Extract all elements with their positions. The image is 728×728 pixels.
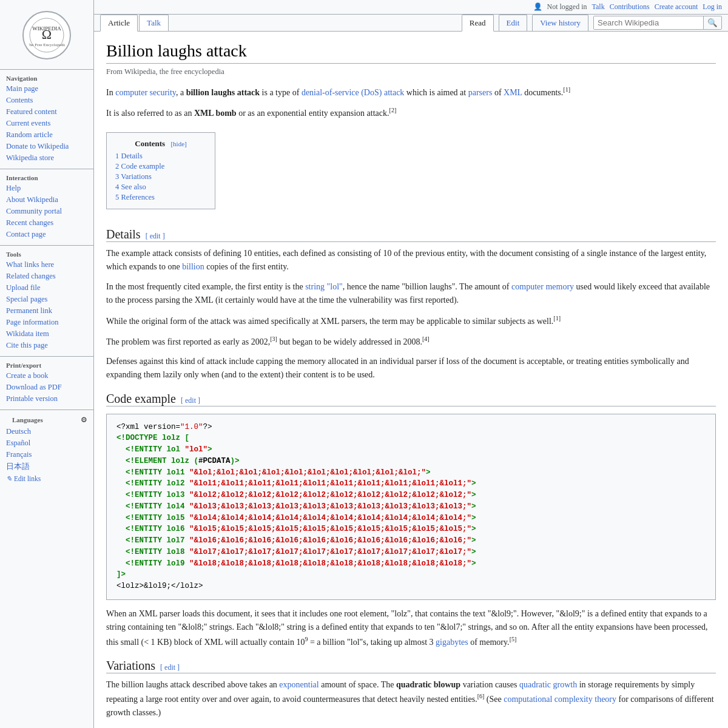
details-heading: Details [ edit ] <box>106 228 716 242</box>
article-body: In computer security, a billion laughs a… <box>106 85 716 728</box>
toc-link-see-also[interactable]: 4 See also <box>115 183 146 191</box>
tab-view-history[interactable]: View history <box>532 15 588 31</box>
tab-read[interactable]: Read <box>462 15 494 32</box>
log-in-link[interactable]: Log in <box>703 2 722 12</box>
sidebar-item-upload-file[interactable]: Upload file <box>0 282 93 294</box>
not-logged-in-text: Not logged in <box>547 2 587 12</box>
intro-1-middle: , a <box>176 88 186 97</box>
toc-link-details[interactable]: 1 Details <box>115 152 143 160</box>
xml-link[interactable]: XML <box>504 88 522 97</box>
variations-heading: Variations [ edit ] <box>106 659 716 673</box>
computer-memory-link[interactable]: computer memory <box>511 282 574 291</box>
intro-paragraph-2: It is also referred to as an XML bomb or… <box>106 106 716 120</box>
parsers-link[interactable]: parsers <box>468 88 493 97</box>
intro-1-before: In <box>106 88 115 97</box>
var-p1-end: (See <box>484 695 504 704</box>
search-input[interactable] <box>594 16 703 29</box>
search-button[interactable]: 🔍 <box>703 16 721 29</box>
tab-article[interactable]: Article <box>100 15 138 32</box>
contributions-link[interactable]: Contributions <box>610 2 650 12</box>
toc-item-4: 4 See also <box>115 182 206 192</box>
sidebar-item-wikidata[interactable]: Wikidata item <box>0 328 93 340</box>
sidebar-item-special-pages[interactable]: Special pages <box>0 294 93 305</box>
sidebar-item-help[interactable]: Help <box>0 183 93 194</box>
sidebar-item-cite[interactable]: Cite this page <box>0 340 93 351</box>
languages-title: Languages <box>6 415 49 425</box>
sidebar-item-main-page[interactable]: Main page <box>0 83 93 95</box>
quadratic-growth-link[interactable]: quadratic growth <box>519 680 577 689</box>
sidebar-item-donate[interactable]: Donate to Wikipedia <box>0 141 93 152</box>
details-p4-before: The problem was first reported as early … <box>106 337 270 346</box>
sidebar-item-lang-ja[interactable]: 日本語 <box>0 460 93 473</box>
search-form: 🔍 <box>593 16 722 30</box>
left-tabs: Article Talk <box>100 15 462 31</box>
details-p4-after: but began to be widely addressed in 2008… <box>277 337 422 346</box>
sidebar-item-recent-changes[interactable]: Recent changes <box>0 217 93 229</box>
sidebar-item-featured-content[interactable]: Featured content <box>0 106 93 118</box>
sidebar-item-random-article[interactable]: Random article <box>0 129 93 141</box>
sidebar-item-community-portal[interactable]: Community portal <box>0 206 93 217</box>
intro-1-bold: billion laughs attack <box>186 88 260 97</box>
tab-talk[interactable]: Talk <box>139 15 169 31</box>
string-lol-link[interactable]: string "lol" <box>305 282 343 291</box>
sidebar-item-contact[interactable]: Contact page <box>0 229 93 240</box>
tab-edit[interactable]: Edit <box>499 15 528 31</box>
intro-1-after3: of <box>492 88 504 97</box>
code-edit-brackets: [ edit ] <box>181 396 200 405</box>
sidebar-item-what-links[interactable]: What links here <box>0 259 93 271</box>
intro-2-ref: [2] <box>389 107 397 113</box>
code-p1-after: = a billion "lol"s, taking up almost 3 <box>308 637 436 646</box>
details-p3-text: While the original form of the attack wa… <box>106 316 553 325</box>
complexity-theory-link[interactable]: computational complexity theory <box>504 695 616 704</box>
toc-link-references[interactable]: 5 References <box>115 193 155 201</box>
toc-link-code[interactable]: 2 Code example <box>115 162 164 170</box>
navigation-title: Navigation <box>0 73 93 83</box>
sidebar-item-contents[interactable]: Contents <box>0 95 93 106</box>
details-edit-link[interactable]: edit <box>150 232 161 240</box>
intro-2-bold: XML bomb <box>194 109 237 118</box>
sidebar-item-lang-es[interactable]: Español <box>0 437 93 449</box>
details-para-5: Defenses against this kind of attack inc… <box>106 355 716 382</box>
sidebar-item-about[interactable]: About Wikipedia <box>0 194 93 206</box>
create-account-link[interactable]: Create account <box>655 2 698 12</box>
code-edit-link[interactable]: edit <box>185 396 196 405</box>
tools-section: Tools What links here Related changes Up… <box>0 245 93 354</box>
variations-edit-brackets: [ edit ] <box>160 663 180 672</box>
sidebar-item-current-events[interactable]: Current events <box>0 118 93 129</box>
sidebar-item-permanent-link[interactable]: Permanent link <box>0 305 93 317</box>
gear-icon[interactable]: ⚙ <box>81 416 87 425</box>
sidebar-item-store[interactable]: Wikipedia store <box>0 152 93 164</box>
talk-link[interactable]: Talk <box>592 2 605 12</box>
sidebar-item-lang-fr[interactable]: Français <box>0 449 93 460</box>
details-edit-brackets: [ edit ] <box>146 232 165 241</box>
sidebar-item-download-pdf[interactable]: Download as PDF <box>0 382 93 393</box>
user-links: 👤 Not logged in Talk Contributions Creat… <box>533 2 722 12</box>
gigabytes-link[interactable]: gigabytes <box>436 637 468 646</box>
variations-heading-text: Variations <box>106 659 155 673</box>
languages-header: Languages ⚙ <box>0 414 93 426</box>
variations-para-1: The billion laughs attack described abov… <box>106 678 716 720</box>
variations-edit-link[interactable]: edit <box>164 663 175 672</box>
dos-attack-link[interactable]: denial-of-service (DoS) attack <box>302 88 404 97</box>
exponential-link[interactable]: exponential <box>279 680 318 689</box>
details-p1-after: copies of the first entity. <box>204 262 289 271</box>
tools-title: Tools <box>0 249 93 259</box>
computer-security-link[interactable]: computer security <box>115 88 176 97</box>
sidebar-item-printable[interactable]: Printable version <box>0 393 93 405</box>
intro-paragraph-1: In computer security, a billion laughs a… <box>106 85 716 99</box>
edit-links-link[interactable]: ✎ Edit links <box>6 474 87 483</box>
intro-1-after: is a type of <box>260 88 302 97</box>
toc-item-2: 2 Code example <box>115 161 206 172</box>
edit-links-label: Edit links <box>14 475 41 482</box>
sidebar-item-page-info[interactable]: Page information <box>0 317 93 328</box>
details-p4-ref2: [4] <box>422 335 430 342</box>
billion-link[interactable]: billion <box>182 262 204 271</box>
toc-link-variations[interactable]: 3 Variations <box>115 172 152 181</box>
toc-toggle[interactable]: [hide] <box>170 140 186 147</box>
sidebar-item-lang-de[interactable]: Deutsch <box>0 426 93 437</box>
sidebar-item-create-book[interactable]: Create a book <box>0 370 93 382</box>
variations-para-2: A "Billion laughs" attack should exist f… <box>106 726 716 728</box>
sidebar-item-related-changes[interactable]: Related changes <box>0 271 93 282</box>
interaction-title: Interaction <box>0 173 93 183</box>
intro-2-before: It is also referred to as an <box>106 109 194 118</box>
